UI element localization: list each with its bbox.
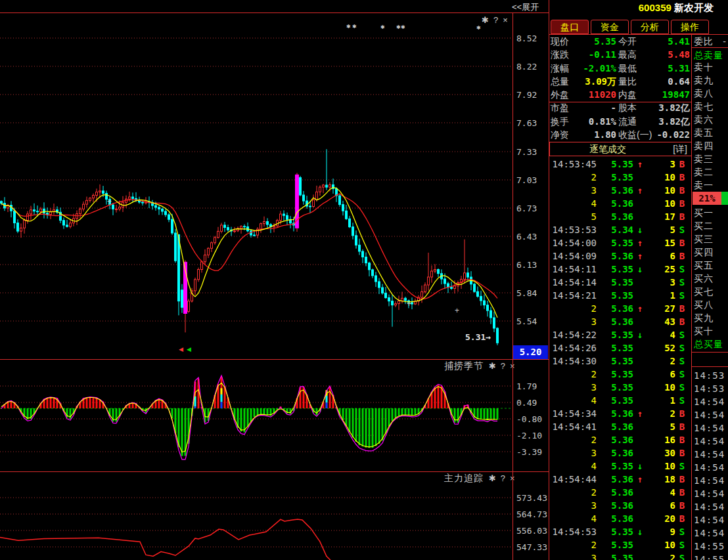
tick-row[interactable]: 14:54:345.36↑2B: [549, 407, 691, 420]
tick-row[interactable]: 45.35↓10S: [549, 460, 691, 473]
tick-v: 6: [643, 249, 675, 263]
tick-row[interactable]: 14:54:005.35↑15B: [549, 236, 691, 249]
sell-total-label: 总卖量: [694, 49, 727, 62]
stock-header: 600359 新农开发: [639, 2, 714, 14]
tick-row[interactable]: 14:54:265.3552S: [549, 341, 691, 355]
settings-icon[interactable]: ✱: [480, 15, 491, 25]
quote-label: 净资: [551, 128, 569, 141]
bid-level[interactable]: 买一: [694, 206, 727, 219]
ask-level[interactable]: 卖七: [694, 100, 727, 113]
weibi-row: 委比-: [694, 35, 727, 48]
tab-zijin[interactable]: 资金: [591, 20, 629, 34]
tick-p: 5.35: [611, 276, 633, 289]
tick-row[interactable]: 55.3617B: [549, 210, 691, 223]
axis-label: 7.33: [516, 147, 547, 157]
tick-v: 30: [643, 446, 675, 460]
tick-row[interactable]: 14:54:215.351S: [549, 289, 691, 302]
tick-row[interactable]: 25.3616B: [549, 433, 691, 446]
ask-level[interactable]: 卖五: [694, 126, 727, 139]
tick-row[interactable]: 35.3643B: [549, 315, 691, 328]
tick-row[interactable]: 35.36↑10B: [549, 184, 691, 197]
tick-s: S: [678, 276, 686, 289]
close-icon[interactable]: ×: [501, 15, 511, 25]
bid-level[interactable]: 买二: [694, 219, 727, 232]
tick-row[interactable]: 14:54:535.35↓9S: [549, 525, 691, 538]
main-force-chart[interactable]: [0, 472, 549, 560]
fishing-season-chart[interactable]: [0, 360, 549, 471]
ask-level[interactable]: 卖八: [694, 87, 727, 100]
time-row[interactable]: 14:53: [694, 382, 727, 395]
tick-row[interactable]: 14:53:535.34↓5S: [549, 223, 691, 236]
time-row[interactable]: 14:54: [694, 435, 727, 448]
bid-level[interactable]: 买四: [694, 246, 727, 259]
tick-row[interactable]: 35.3630B: [549, 446, 691, 460]
settings-icon[interactable]: ✱: [487, 473, 499, 483]
tick-v: 25: [643, 263, 675, 276]
tick-row[interactable]: 45.351S: [549, 394, 691, 407]
tick-row[interactable]: 14:54:225.35↓4S: [549, 328, 691, 341]
axis-label: 1.79: [516, 381, 547, 391]
ask-level[interactable]: 卖十: [694, 60, 727, 74]
divider: [0, 359, 549, 360]
tab-pankou[interactable]: 盘口: [551, 20, 589, 34]
time-row[interactable]: 14:54: [694, 513, 727, 527]
tick-row[interactable]: 25.364B: [549, 486, 691, 499]
ask-level[interactable]: 卖一: [694, 179, 727, 192]
help-icon[interactable]: ?: [499, 361, 508, 371]
axis-label: 8.22: [516, 62, 547, 72]
candlestick-chart[interactable]: [0, 12, 549, 359]
tick-row[interactable]: 25.356S: [549, 368, 691, 381]
help-icon[interactable]: ?: [499, 473, 508, 483]
bid-level[interactable]: 买六: [694, 272, 727, 285]
ask-level[interactable]: 卖九: [694, 74, 727, 87]
tab-caozuo[interactable]: 操作: [671, 20, 709, 34]
time-row[interactable]: 14:54: [694, 487, 727, 500]
time-row[interactable]: 14:54: [694, 448, 727, 461]
time-row[interactable]: 14:54: [694, 500, 727, 513]
time-row[interactable]: 14:55: [694, 540, 727, 553]
time-row[interactable]: 14:54: [694, 461, 727, 474]
tick-time: 3: [551, 315, 597, 328]
time-row[interactable]: 14:53: [694, 369, 727, 382]
tick-row[interactable]: 45.3620B: [549, 512, 691, 525]
time-row[interactable]: 14:54: [694, 527, 727, 540]
tick-detail-link[interactable]: [详]: [673, 142, 687, 156]
tick-row[interactable]: 14:54:095.36↑6B: [549, 249, 691, 263]
bid-level[interactable]: 买五: [694, 259, 727, 272]
tick-row[interactable]: 14:53:455.35↑3B: [549, 158, 691, 171]
tick-row[interactable]: 14:54:445.36↑18B: [549, 473, 691, 486]
tick-row[interactable]: 14:54:115.35↓25S: [549, 263, 691, 276]
tick-row[interactable]: 14:54:415.365B: [549, 420, 691, 433]
bid-level[interactable]: 买三: [694, 232, 727, 246]
time-row[interactable]: 14:55: [694, 553, 727, 560]
tick-row[interactable]: 25.3510S: [549, 538, 691, 551]
time-row[interactable]: 14:54: [694, 474, 727, 487]
tick-row[interactable]: 45.3610B: [549, 197, 691, 210]
expand-button[interactable]: <<展开: [512, 1, 547, 13]
time-row[interactable]: 14:54: [694, 421, 727, 435]
tab-fenxi[interactable]: 分析: [631, 20, 669, 34]
time-row[interactable]: 14:54: [694, 395, 727, 408]
bid-level[interactable]: 买七: [694, 285, 727, 298]
tick-row[interactable]: 35.3510S: [549, 381, 691, 394]
tick-row[interactable]: 14:54:305.352S: [549, 355, 691, 368]
bid-level[interactable]: 买十: [694, 324, 727, 337]
tick-row[interactable]: 25.3510B: [549, 171, 691, 184]
ask-level[interactable]: 卖二: [694, 165, 727, 179]
ask-level[interactable]: 卖三: [694, 152, 727, 165]
bid-level[interactable]: 买九: [694, 311, 727, 324]
tick-p: 5.36: [611, 407, 633, 420]
tick-p: 5.36: [611, 420, 633, 433]
tick-row[interactable]: 14:54:145.353S: [549, 276, 691, 289]
help-icon[interactable]: ?: [491, 15, 501, 25]
settings-icon[interactable]: ✱: [487, 361, 499, 371]
tick-row[interactable]: 35.352S: [549, 551, 691, 560]
tick-time: 5: [551, 210, 597, 223]
ask-level[interactable]: 卖四: [694, 139, 727, 152]
bid-level[interactable]: 买八: [694, 298, 727, 311]
tick-p: 5.35: [611, 368, 633, 381]
tick-row[interactable]: 35.366B: [549, 499, 691, 512]
ask-level[interactable]: 卖六: [694, 113, 727, 126]
tick-row[interactable]: 25.36↑27B: [549, 302, 691, 315]
time-row[interactable]: 14:54: [694, 408, 727, 421]
